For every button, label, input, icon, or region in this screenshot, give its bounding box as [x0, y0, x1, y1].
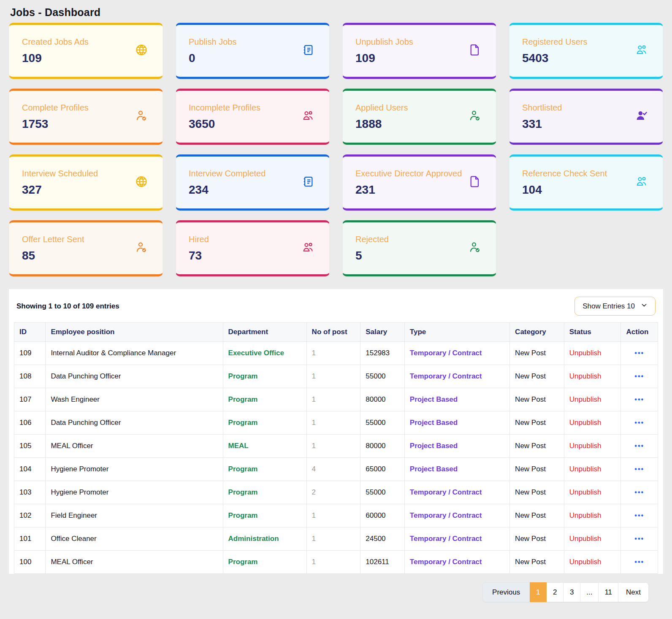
page-3-button[interactable]: 3	[564, 582, 580, 602]
stat-card-value: 5	[355, 249, 483, 262]
cell-id: 102	[14, 504, 46, 527]
cell-status: Unpublish	[564, 527, 621, 551]
page-1-button[interactable]: 1	[530, 582, 547, 602]
stat-card-label: Unpublish Jobs	[355, 37, 483, 47]
globe-icon	[135, 43, 148, 57]
previous-button[interactable]: Previous	[482, 582, 530, 602]
cell-status: Unpublish	[564, 551, 621, 574]
row-actions-button[interactable]: •••	[634, 349, 644, 357]
stat-card-label: Rejected	[355, 235, 483, 244]
hired-card: Hired73	[176, 220, 330, 276]
stat-card-label: Incomplete Profiles	[189, 103, 317, 113]
globe-icon	[135, 175, 148, 188]
stat-card-value: 234	[189, 183, 317, 197]
applied-users-card: Applied Users1888	[342, 89, 496, 145]
row-actions-button[interactable]: •••	[634, 396, 644, 403]
cell-category: New Post	[510, 551, 564, 574]
incomplete-profiles-card: Incomplete Profiles3650	[176, 89, 330, 145]
row-actions-button[interactable]: •••	[634, 512, 644, 519]
cell-no-of-post: 1	[306, 342, 360, 365]
show-entries-label: Show Entries 10	[583, 302, 635, 311]
cell-salary: 55000	[360, 481, 405, 504]
next-button[interactable]: Next	[618, 582, 649, 602]
user-check-icon	[468, 109, 482, 122]
stat-card-label: Complete Profiles	[22, 103, 150, 113]
chevron-down-icon	[641, 302, 648, 311]
column-header-category: Category	[510, 323, 564, 342]
row-actions-button[interactable]: •••	[634, 558, 644, 565]
table-row: 109Internal Auditor & Compliance Manager…	[14, 342, 658, 365]
stat-card-label: Publish Jobs	[189, 37, 317, 47]
cell-action: •••	[621, 481, 658, 504]
offer-letter-sent-card: Offer Letter Sent85	[9, 220, 163, 276]
stat-card-label: Registered Users	[522, 37, 650, 47]
file-icon	[468, 43, 482, 57]
cell-category: New Post	[510, 342, 564, 365]
cell-action: •••	[621, 504, 658, 527]
cell-department: Program	[223, 365, 306, 388]
show-entries-dropdown[interactable]: Show Entries 10	[574, 297, 656, 316]
page-11-button[interactable]: 11	[599, 582, 618, 602]
table-row: 107Wash EngineerProgram180000Project Bas…	[14, 388, 658, 411]
cell-id: 103	[14, 481, 46, 504]
row-actions-button[interactable]: •••	[634, 535, 644, 542]
cell-employee-position: Office Cleaner	[46, 527, 223, 551]
cell-employee-position: Hygiene Promoter	[46, 458, 223, 481]
cell-department: Program	[223, 481, 306, 504]
row-actions-button[interactable]: •••	[634, 489, 644, 496]
cell-category: New Post	[510, 365, 564, 388]
stat-card-label: Shortlisted	[522, 103, 650, 113]
cell-type: Temporary / Contract	[404, 342, 509, 365]
cell-no-of-post: 4	[306, 458, 360, 481]
notepad-icon	[301, 175, 315, 188]
notepad-icon	[301, 43, 315, 57]
cell-salary: 24500	[360, 527, 405, 551]
stat-card-value: 0	[189, 51, 317, 65]
cell-employee-position: Data Punching Officer	[46, 411, 223, 435]
table-row: 106Data Punching OfficerProgram155000Pro…	[14, 411, 658, 435]
users-icon	[301, 241, 315, 254]
cell-id: 105	[14, 435, 46, 458]
jobs-table: IDEmployee positionDepartmentNo of postS…	[14, 322, 658, 574]
row-actions-button[interactable]: •••	[634, 373, 644, 380]
table-row: 105MEAL OfficerMEAL180000Project BasedNe…	[14, 435, 658, 458]
stat-card-label: Applied Users	[355, 103, 483, 113]
cell-employee-position: Hygiene Promoter	[46, 481, 223, 504]
cell-status: Unpublish	[564, 481, 621, 504]
cell-no-of-post: 1	[306, 365, 360, 388]
pagination-ellipsis: ...	[580, 582, 599, 602]
publish-jobs-card: Publish Jobs0	[176, 23, 330, 79]
user-check-icon	[468, 241, 482, 254]
cell-no-of-post: 1	[306, 504, 360, 527]
cell-department: Executive Office	[223, 342, 306, 365]
jobs-table-card: Showing 1 to 10 of 109 entries Show Entr…	[9, 289, 663, 574]
stat-card-value: 73	[189, 249, 317, 262]
table-row: 104Hygiene PromoterProgram465000Project …	[14, 458, 658, 481]
stat-cards-grid: Created Jobs Ads109Publish Jobs0Unpublis…	[9, 23, 663, 276]
stat-card-value: 104	[522, 183, 650, 197]
cell-type: Temporary / Contract	[404, 527, 509, 551]
page-2-button[interactable]: 2	[547, 582, 564, 602]
row-actions-button[interactable]: •••	[634, 419, 644, 426]
rejected-card: Rejected5	[342, 220, 496, 276]
users-icon	[635, 43, 648, 57]
table-header-row: IDEmployee positionDepartmentNo of postS…	[14, 323, 658, 342]
stat-card-label: Executive Director Approved	[355, 169, 483, 178]
cell-action: •••	[621, 365, 658, 388]
cell-department: Program	[223, 388, 306, 411]
cell-no-of-post: 1	[306, 551, 360, 574]
row-actions-button[interactable]: •••	[634, 442, 644, 449]
cell-id: 108	[14, 365, 46, 388]
cell-category: New Post	[510, 504, 564, 527]
cell-action: •••	[621, 435, 658, 458]
jobs-table-body: 109Internal Auditor & Compliance Manager…	[14, 342, 658, 574]
cell-no-of-post: 1	[306, 411, 360, 435]
stat-card-value: 1888	[355, 117, 483, 131]
cell-id: 101	[14, 527, 46, 551]
cell-category: New Post	[510, 458, 564, 481]
registered-users-card: Registered Users5403	[509, 23, 663, 79]
row-actions-button[interactable]: •••	[634, 465, 644, 473]
executive-director-approved-card: Executive Director Approved231	[342, 154, 496, 211]
cell-no-of-post: 1	[306, 435, 360, 458]
table-row: 102Field EngineerProgram160000Temporary …	[14, 504, 658, 527]
